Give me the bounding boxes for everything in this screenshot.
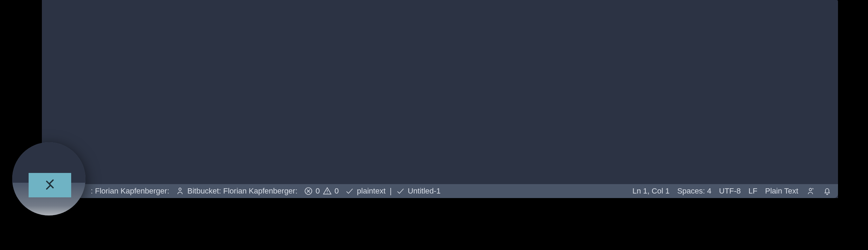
status-bitbucket[interactable]: Bitbucket: Florian Kapfenberger: (175, 187, 298, 196)
status-cursor-position[interactable]: Ln 1, Col 1 (633, 187, 669, 196)
formatter-label: plaintext (357, 187, 386, 196)
warning-count: 0 (335, 187, 339, 196)
svg-point-8 (809, 188, 812, 191)
status-bar-left: : Florian Kapfenberger: Bitbucket: Flori… (42, 187, 633, 196)
status-indentation[interactable]: Spaces: 4 (677, 187, 711, 196)
remote-button-zoom (12, 142, 85, 215)
svg-point-2 (179, 188, 181, 190)
check-icon (345, 187, 354, 196)
status-formatter[interactable]: plaintext | Untitled-1 (345, 187, 441, 196)
format-doc-label: Untitled-1 (408, 187, 441, 196)
svg-point-7 (327, 192, 328, 193)
editor-area (42, 0, 838, 198)
warning-icon (323, 187, 332, 196)
status-bitbucket-label: Bitbucket: Florian Kapfenberger: (187, 187, 298, 196)
status-problems[interactable]: 0 0 (304, 187, 339, 196)
status-language-mode[interactable]: Plain Text (765, 187, 798, 196)
bell-icon[interactable] (823, 187, 832, 196)
status-user-1[interactable]: : Florian Kapfenberger: (91, 187, 169, 196)
status-encoding[interactable]: UTF-8 (719, 187, 741, 196)
status-user-1-label: : Florian Kapfenberger: (91, 187, 169, 196)
pipe-separator: | (388, 187, 393, 196)
status-bar-right: Ln 1, Col 1 Spaces: 4 UTF-8 LF Plain Tex… (633, 187, 838, 196)
error-count: 0 (316, 187, 320, 196)
remote-window-button[interactable] (29, 173, 71, 197)
status-bar: : Florian Kapfenberger: Bitbucket: Flori… (42, 184, 838, 198)
remote-icon (42, 177, 58, 193)
person-icon (175, 187, 185, 196)
status-eol[interactable]: LF (748, 187, 757, 196)
feedback-icon[interactable] (806, 187, 815, 196)
error-icon (304, 187, 313, 196)
check-icon (396, 187, 405, 196)
